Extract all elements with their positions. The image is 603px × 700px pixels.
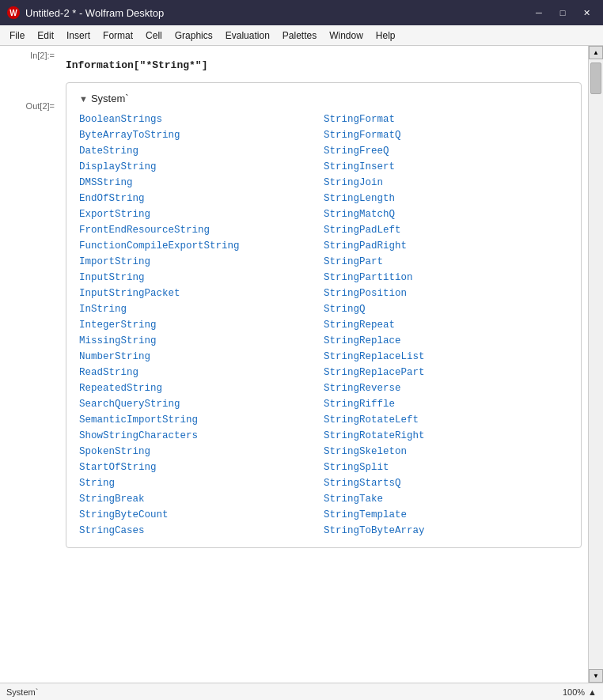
function-link[interactable]: DMSString [79, 176, 324, 190]
collapse-arrow[interactable]: ▼ [79, 94, 88, 104]
function-link[interactable]: StringRiffle [324, 397, 568, 411]
zoom-icon: ▲ [588, 687, 597, 697]
function-link[interactable]: StringRotateRight [324, 429, 568, 443]
function-link[interactable]: StringToByteArray [324, 524, 568, 538]
function-link[interactable]: StringPadLeft [324, 223, 568, 237]
function-link[interactable]: StringSplit [324, 460, 568, 475]
function-link[interactable]: StringBreak [79, 492, 324, 506]
menu-bar: FileEditInsertFormatCellGraphicsEvaluati… [0, 25, 603, 46]
function-link[interactable]: SpokenString [79, 445, 324, 459]
function-link[interactable]: StringReplaceList [324, 350, 568, 364]
function-link[interactable]: BooleanStrings [79, 112, 324, 127]
function-link[interactable]: StringFreeQ [324, 144, 568, 158]
title-bar: W Untitled-2 * - Wolfram Desktop ─ □ ✕ [0, 0, 603, 25]
function-link[interactable]: StringMatchQ [324, 207, 568, 221]
menu-item-format[interactable]: Format [97, 28, 139, 43]
function-link[interactable]: ShowStringCharacters [79, 429, 324, 443]
function-link[interactable]: RepeatedString [79, 381, 324, 395]
function-link[interactable]: StringLength [324, 191, 568, 206]
function-link[interactable]: StringStartsQ [324, 476, 568, 490]
scroll-thumb[interactable] [590, 62, 601, 94]
function-link[interactable]: InputStringPacket [79, 286, 324, 301]
function-link[interactable]: StringReverse [324, 381, 568, 395]
menu-item-help[interactable]: Help [370, 28, 402, 43]
function-link[interactable]: ByteArrayToString [79, 128, 324, 142]
status-bar: System` 100% ▲ [0, 683, 603, 700]
function-link[interactable]: StringPadRight [324, 239, 568, 253]
function-link[interactable]: StringPartition [324, 271, 568, 285]
function-link[interactable]: StringFormatQ [324, 128, 568, 142]
menu-item-evaluation[interactable]: Evaluation [219, 28, 276, 43]
function-link[interactable]: StringRotateLeft [324, 413, 568, 427]
function-link[interactable]: StringTake [324, 492, 568, 506]
status-right: 100% ▲ [563, 687, 597, 697]
notebook[interactable]: Information["*String*"] ▼ System` Boolea… [59, 46, 589, 683]
function-link[interactable]: StringSkeleton [324, 445, 568, 459]
function-link[interactable]: InString [79, 302, 324, 316]
function-link[interactable]: DisplayString [79, 160, 324, 174]
function-link[interactable]: FunctionCompileExportString [79, 239, 324, 253]
close-button[interactable]: ✕ [576, 5, 597, 21]
menu-item-palettes[interactable]: Palettes [276, 28, 323, 43]
function-link[interactable]: String [79, 476, 324, 490]
function-link[interactable]: NumberString [79, 350, 324, 364]
menu-item-cell[interactable]: Cell [139, 28, 169, 43]
function-link[interactable]: MissingString [79, 334, 324, 348]
function-link[interactable]: ReadString [79, 365, 324, 380]
function-link[interactable]: StringInsert [324, 160, 568, 174]
function-link[interactable]: StringFormat [324, 112, 568, 127]
function-link[interactable]: StringByteCount [79, 508, 324, 522]
title-bar-controls: ─ □ ✕ [529, 5, 597, 21]
function-link[interactable]: StringCases [79, 524, 324, 538]
function-link[interactable]: ImportString [79, 255, 324, 269]
input-expression: Information["*String*"] [66, 59, 207, 71]
function-link[interactable]: FrontEndResourceString [79, 223, 324, 237]
menu-item-edit[interactable]: Edit [31, 28, 60, 43]
function-link[interactable]: StringReplacePart [324, 365, 568, 380]
output-cell: ▼ System` BooleanStringsStringFormatByte… [66, 82, 582, 548]
section-header: ▼ System` [79, 93, 568, 104]
main-content: In[2]:= Out[2]= Information["*String*"] … [0, 46, 603, 683]
svg-text:W: W [9, 9, 17, 17]
function-link[interactable]: InputString [79, 271, 324, 285]
menu-item-window[interactable]: Window [323, 28, 370, 43]
input-cell-label: In[2]:= [0, 46, 59, 78]
function-link[interactable]: StringTemplate [324, 508, 568, 522]
title-bar-left: W Untitled-2 * - Wolfram Desktop [6, 6, 164, 20]
menu-item-file[interactable]: File [3, 28, 31, 43]
scroll-up-button[interactable]: ▲ [589, 46, 603, 59]
function-link[interactable]: ExportString [79, 207, 324, 221]
function-link[interactable]: SemanticImportString [79, 413, 324, 427]
scroll-down-button[interactable]: ▼ [589, 669, 603, 683]
function-link[interactable]: DateString [79, 144, 324, 158]
output-cell-label: Out[2]= [0, 78, 59, 683]
app-icon: W [6, 6, 21, 20]
maximize-button[interactable]: □ [552, 5, 573, 21]
title-text: Untitled-2 * - Wolfram Desktop [25, 7, 164, 19]
function-link[interactable]: StringRepeat [324, 318, 568, 332]
function-link[interactable]: StartOfString [79, 460, 324, 475]
section-name: System` [91, 93, 129, 104]
function-link[interactable]: StringPart [324, 255, 568, 269]
function-link[interactable]: StringQ [324, 302, 568, 316]
scrollbar[interactable]: ▲ ▼ [589, 46, 603, 683]
menu-item-insert[interactable]: Insert [60, 28, 97, 43]
function-link[interactable]: SearchQueryString [79, 397, 324, 411]
function-link[interactable]: StringReplace [324, 334, 568, 348]
scroll-track[interactable] [589, 59, 603, 669]
function-link[interactable]: StringJoin [324, 176, 568, 190]
menu-item-graphics[interactable]: Graphics [169, 28, 219, 43]
function-link[interactable]: StringPosition [324, 286, 568, 301]
function-grid: BooleanStringsStringFormatByteArrayToStr… [79, 112, 568, 538]
minimize-button[interactable]: ─ [529, 5, 549, 21]
function-link[interactable]: IntegerString [79, 318, 324, 332]
left-gutter: In[2]:= Out[2]= [0, 46, 59, 683]
context-label: System` [6, 687, 38, 697]
zoom-level: 100% [563, 687, 585, 697]
function-link[interactable]: EndOfString [79, 191, 324, 206]
input-cell: Information["*String*"] [59, 51, 588, 79]
